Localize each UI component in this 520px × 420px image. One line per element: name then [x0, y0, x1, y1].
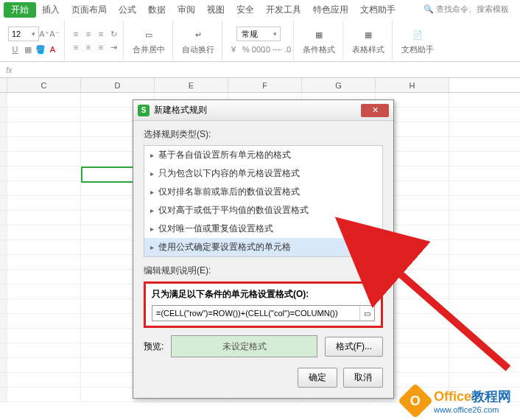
align-top-icon[interactable]: ≡	[71, 29, 81, 39]
col-h[interactable]: H	[376, 78, 449, 92]
formula-highlight-box: 只为满足以下条件的单元格设置格式(O): ▭	[144, 281, 383, 328]
doc-helper-icon: 📄	[408, 27, 427, 44]
fx-icon: fx	[6, 66, 13, 74]
watermark-brand: Office教程网	[434, 388, 511, 405]
doc-helper-group: 📄 文档助手	[394, 21, 441, 60]
table-format-button[interactable]: ▦ 表格样式	[349, 25, 387, 57]
align-group: ≡ ≡ ≡ ↻ ≡ ≡ ≡ ⇥	[66, 21, 124, 60]
align-center-icon[interactable]: ≡	[83, 42, 94, 52]
tab-layout[interactable]: 页面布局	[66, 2, 113, 18]
number-format-select[interactable]: 常规	[236, 27, 281, 41]
ok-button[interactable]: 确定	[298, 368, 337, 388]
search-icon: 🔍	[424, 4, 434, 14]
align-right-icon[interactable]: ≡	[96, 42, 106, 52]
formula-bar[interactable]: fx	[0, 62, 520, 78]
preview-box: 未设定格式	[171, 335, 317, 357]
new-format-rule-dialog: S 新建格式规则 ✕ 选择规则类型(S): 基于各自值设置所有单元格的格式 只为…	[133, 99, 394, 399]
tab-view[interactable]: 视图	[201, 2, 231, 18]
tab-review[interactable]: 审阅	[172, 2, 201, 18]
select-rule-type-label: 选择规则类型(S):	[144, 128, 383, 141]
font-size-select[interactable]: 12▾	[8, 27, 39, 41]
rule-item-3[interactable]: 仅对高于或低于平均值的数值设置格式	[144, 201, 382, 220]
search-placeholder: 查找命令、搜索模板	[436, 4, 509, 15]
tab-data[interactable]: 数据	[142, 2, 172, 18]
percent-icon[interactable]: %	[241, 44, 251, 55]
merge-group: ▭ 合并居中	[125, 21, 173, 60]
font-color-icon[interactable]: A	[48, 44, 58, 55]
wrap-group: ↵ 自动换行	[175, 21, 222, 60]
align-mid-icon[interactable]: ≡	[83, 29, 94, 39]
merge-button[interactable]: ▭ 合并居中	[130, 25, 168, 57]
cond-fmt-group: ▦ 条件格式	[295, 21, 343, 60]
wrap-button[interactable]: ↵ 自动换行	[179, 25, 217, 57]
tab-insert[interactable]: 插入	[36, 2, 66, 18]
rule-item-4[interactable]: 仅对唯一值或重复值设置格式	[144, 220, 382, 238]
col-c[interactable]: C	[7, 78, 81, 92]
tab-security[interactable]: 安全	[231, 2, 260, 18]
conditional-format-button[interactable]: ▦ 条件格式	[300, 25, 338, 57]
watermark: O Office教程网 www.office26.com	[403, 388, 511, 414]
doc-helper-button[interactable]: 📄 文档助手	[398, 25, 437, 57]
ribbon-toolbar: 12▾ A⁺ A⁻ U ▦ 🪣 A ≡ ≡ ≡ ↻ ≡ ≡ ≡	[0, 19, 520, 62]
formula-input[interactable]	[152, 307, 359, 320]
wrap-icon: ↵	[189, 27, 208, 44]
search-command[interactable]: 🔍 查找命令、搜索模板	[424, 4, 509, 15]
app-logo-icon: S	[138, 105, 150, 116]
rule-item-0[interactable]: 基于各自值设置所有单元格的格式	[144, 146, 382, 164]
rule-item-1[interactable]: 只为包含以下内容的单元格设置格式	[144, 164, 382, 183]
col-d[interactable]: D	[81, 78, 155, 92]
edit-rule-label: 编辑规则说明(E):	[144, 265, 383, 277]
cond-fmt-icon: ▦	[309, 27, 328, 44]
rule-type-list[interactable]: 基于各自值设置所有单元格的格式 只为包含以下内容的单元格设置格式 仅对排名靠前或…	[144, 145, 383, 257]
watermark-logo-icon: O	[398, 383, 433, 419]
fill-color-icon[interactable]: 🪣	[35, 44, 46, 55]
col-g[interactable]: G	[302, 78, 376, 92]
decrease-font-icon[interactable]: A⁻	[49, 29, 60, 39]
increase-font-icon[interactable]: A⁺	[39, 29, 49, 39]
column-headers: C D E F G H	[0, 78, 520, 93]
orientation-icon[interactable]: ↻	[108, 29, 119, 39]
table-fmt-icon: ▦	[359, 27, 378, 44]
currency-icon[interactable]: ¥	[228, 44, 239, 55]
tab-doc-helper[interactable]: 文档助手	[354, 2, 401, 18]
formula-input-wrap: ▭	[152, 305, 375, 321]
border-icon[interactable]: ▦	[23, 44, 33, 55]
rule-item-5[interactable]: 使用公式确定要设置格式的单元格	[144, 238, 382, 256]
dialog-titlebar[interactable]: S 新建格式规则 ✕	[133, 100, 393, 121]
range-picker-icon[interactable]: ▭	[359, 306, 374, 321]
col-e[interactable]: E	[155, 78, 228, 92]
rule-item-2[interactable]: 仅对排名靠前或靠后的数值设置格式	[144, 183, 382, 201]
watermark-url: www.office26.com	[434, 405, 511, 414]
merge-icon: ▭	[139, 27, 158, 44]
font-group: 12▾ A⁺ A⁻ U ▦ 🪣 A	[4, 21, 65, 60]
dec-inc-icon[interactable]: .0→	[266, 44, 276, 55]
table-fmt-group: ▦ 表格样式	[345, 21, 393, 60]
indent-icon[interactable]: ⇥	[108, 42, 119, 52]
number-group: 常规 ¥ % 000 .0→ ←.0	[224, 21, 294, 60]
align-bot-icon[interactable]: ≡	[96, 29, 106, 39]
col-corner[interactable]	[0, 78, 7, 92]
tab-dev[interactable]: 开发工具	[260, 2, 307, 18]
underline-icon[interactable]: U	[10, 44, 21, 55]
tab-special[interactable]: 特色应用	[307, 2, 354, 18]
ribbon: 开始 插入 页面布局 公式 数据 审阅 视图 安全 开发工具 特色应用 文档助手…	[0, 0, 520, 62]
formula-condition-label: 只为满足以下条件的单元格设置格式(O):	[152, 288, 375, 301]
tab-formula[interactable]: 公式	[113, 2, 142, 18]
tab-start[interactable]: 开始	[4, 2, 36, 18]
close-button[interactable]: ✕	[361, 104, 389, 117]
comma-icon[interactable]: 000	[253, 44, 264, 55]
cancel-button[interactable]: 取消	[343, 368, 383, 388]
align-left-icon[interactable]: ≡	[71, 42, 81, 52]
format-button[interactable]: 格式(F)...	[325, 337, 383, 357]
col-f[interactable]: F	[228, 78, 302, 92]
dialog-title: 新建格式规则	[154, 104, 207, 116]
dec-dec-icon[interactable]: ←.0	[278, 44, 289, 55]
preview-label: 预览:	[144, 340, 164, 353]
